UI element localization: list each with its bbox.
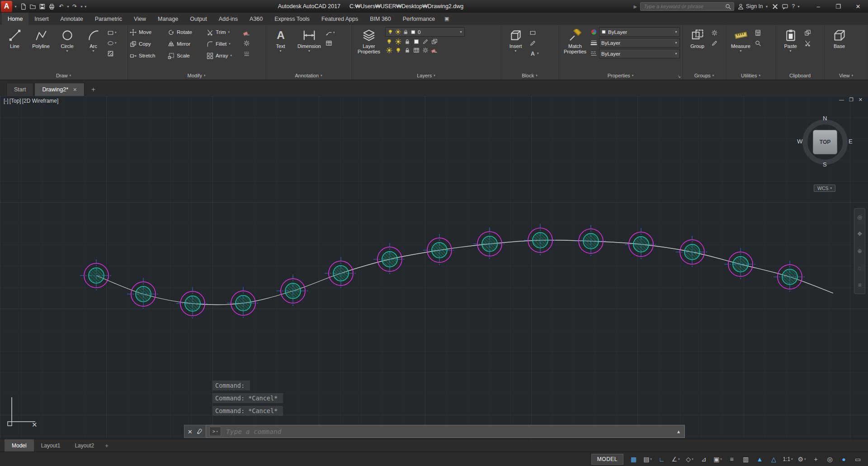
app-menu-caret-icon[interactable]: ▼ — [14, 5, 17, 8]
grid-display-button[interactable]: ▦ — [627, 454, 640, 465]
group-edit-button[interactable] — [711, 38, 718, 48]
draw-panel-title[interactable]: Draw▾ — [0, 71, 127, 80]
isometric-drafting-button[interactable]: ◇▾ — [683, 454, 696, 465]
model-space-button[interactable]: MODEL — [591, 454, 623, 465]
create-block-button[interactable] — [529, 28, 539, 37]
ungroup-button[interactable] — [711, 28, 718, 37]
annotation-monitor-button[interactable]: + — [809, 454, 822, 465]
layers-panel-title[interactable]: Layers▾ — [352, 71, 500, 80]
ribbon-tab-annotate[interactable]: Annotate — [55, 13, 89, 25]
object-snap-tracking-button[interactable]: ⊿ — [697, 454, 710, 465]
hatched-circle[interactable] — [136, 286, 151, 302]
annotation-visibility-button[interactable]: ▲ — [753, 454, 766, 465]
viewport-close-icon[interactable]: ✕ — [859, 97, 863, 103]
hatched-circle[interactable] — [583, 233, 599, 249]
ribbon-tab-express-tools[interactable]: Express Tools — [269, 13, 316, 25]
viewport-restore-icon[interactable]: ❐ — [849, 97, 854, 103]
layer-unisolate-tool-icon[interactable] — [395, 47, 401, 53]
hatched-circle[interactable] — [333, 266, 349, 281]
hatched-circle[interactable] — [89, 268, 104, 283]
open-file-button[interactable] — [28, 1, 38, 12]
properties-launcher-icon[interactable]: ↘ — [677, 74, 681, 79]
cut-clip-button[interactable] — [804, 38, 811, 48]
mirror-button[interactable]: Mirror — [168, 41, 207, 48]
ribbon-tab-featured-apps[interactable]: Featured Apps — [316, 13, 364, 25]
insert-button[interactable]: Insert ▼ — [503, 26, 528, 71]
annotation-panel-title[interactable]: Annotation▾ — [266, 71, 351, 80]
leader-button[interactable]: ▾ — [326, 28, 335, 37]
drawing-canvas[interactable] — [0, 96, 868, 439]
ribbon-tab-a360[interactable]: A360 — [244, 13, 269, 25]
erase-button[interactable] — [243, 28, 250, 37]
layer-copy-tool-icon[interactable] — [431, 38, 438, 45]
polar-tracking-button[interactable]: ∠▾ — [669, 454, 682, 465]
viewcube-top-face[interactable]: TOP — [813, 130, 837, 154]
compass-north[interactable]: N — [823, 115, 827, 122]
layer-delete-tool-icon[interactable] — [431, 47, 438, 53]
layer-match-tool-icon[interactable] — [413, 38, 420, 45]
object-snap-button[interactable]: ▣▾ — [711, 454, 724, 465]
layout-tab-layout1[interactable]: Layout1 — [34, 439, 68, 452]
measure-button[interactable]: Measure ▼ — [728, 26, 753, 71]
paste-dropdown-icon[interactable]: ▼ — [789, 49, 792, 52]
layer-isolate-tool-icon[interactable] — [386, 47, 392, 53]
new-layout-button[interactable]: ＋ — [101, 439, 112, 452]
hatched-circle[interactable] — [633, 237, 649, 252]
lineweight-icon[interactable] — [590, 39, 597, 46]
layer-edit-tool-icon[interactable] — [422, 38, 429, 45]
groups-panel-title[interactable]: Groups▾ — [683, 71, 726, 80]
isolate-objects-button[interactable]: ◎ — [823, 454, 836, 465]
hatch-button[interactable] — [107, 49, 117, 58]
save-button[interactable] — [38, 1, 47, 12]
move-button[interactable]: Move — [130, 29, 168, 36]
hatched-circle[interactable] — [684, 244, 700, 260]
hatched-circle[interactable] — [185, 296, 200, 311]
maximize-button[interactable]: ❐ — [828, 0, 848, 13]
new-file-button[interactable] — [19, 1, 28, 12]
hatched-circle[interactable] — [533, 233, 548, 248]
table-button[interactable] — [326, 38, 335, 48]
linetype-select[interactable]: ByLayer ▼ — [599, 49, 680, 58]
compass-east[interactable]: E — [849, 138, 853, 145]
linetype-icon[interactable] — [590, 50, 597, 57]
group-button[interactable]: Group — [685, 26, 710, 71]
exchange-apps-button[interactable] — [772, 3, 778, 10]
ribbon-tab-parametric[interactable]: Parametric — [89, 13, 128, 25]
paste-button[interactable]: Paste ▼ — [778, 26, 803, 71]
selection-cycling-button[interactable]: ▥ — [739, 454, 752, 465]
explode-button[interactable] — [243, 38, 250, 48]
ellipse-button[interactable]: ▾ — [107, 38, 117, 48]
search-icon[interactable] — [725, 3, 731, 10]
wcs-dropdown-icon[interactable]: ▾ — [830, 186, 832, 190]
layer-unlock-tool-icon[interactable] — [404, 47, 410, 53]
close-button[interactable]: ✕ — [848, 0, 868, 13]
measure-dropdown-icon[interactable]: ▼ — [739, 49, 742, 52]
command-expand-icon[interactable]: ▲ — [677, 429, 681, 434]
hatched-circle[interactable] — [432, 243, 447, 258]
base-view-button[interactable]: Base — [827, 26, 852, 71]
search-collapse-icon[interactable]: ▶ — [633, 4, 637, 9]
match-properties-button[interactable]: Match Properties — [561, 26, 589, 71]
layer-properties-button[interactable]: Layer Properties — [354, 26, 384, 71]
layer-select[interactable]: 0 ▼ — [385, 27, 465, 37]
view-panel-title[interactable]: View▾ — [825, 71, 868, 80]
modify-panel-title[interactable]: Modify▾ — [127, 71, 265, 80]
dimension-button[interactable]: Dimension ▼ — [294, 26, 324, 71]
minimize-button[interactable]: – — [808, 0, 828, 13]
ribbon-tab-insert[interactable]: Insert — [28, 13, 54, 25]
autocad-logo[interactable]: A — [1, 1, 12, 12]
ribbon-tab-add-ins[interactable]: Add-ins — [213, 13, 244, 25]
copy-button[interactable]: Copy — [130, 41, 168, 48]
quick-calc-button[interactable] — [755, 28, 761, 37]
help-button[interactable]: ?▼ — [792, 3, 801, 10]
help-dropdown-icon[interactable]: ▼ — [797, 5, 800, 8]
command-input-area[interactable]: >▾ ▲ — [206, 425, 685, 438]
plot-button[interactable] — [47, 1, 57, 12]
array-button[interactable]: Array▾ — [207, 52, 242, 59]
close-tab-icon[interactable]: ✕ — [73, 87, 77, 93]
object-color-icon[interactable] — [590, 29, 597, 35]
lineweight-display-button[interactable]: ≡ — [725, 454, 738, 465]
polyline-button[interactable]: Polyline — [28, 26, 53, 71]
layer-lock-tool-icon[interactable] — [404, 38, 410, 45]
text-button[interactable]: A Text ▼ — [268, 26, 293, 71]
